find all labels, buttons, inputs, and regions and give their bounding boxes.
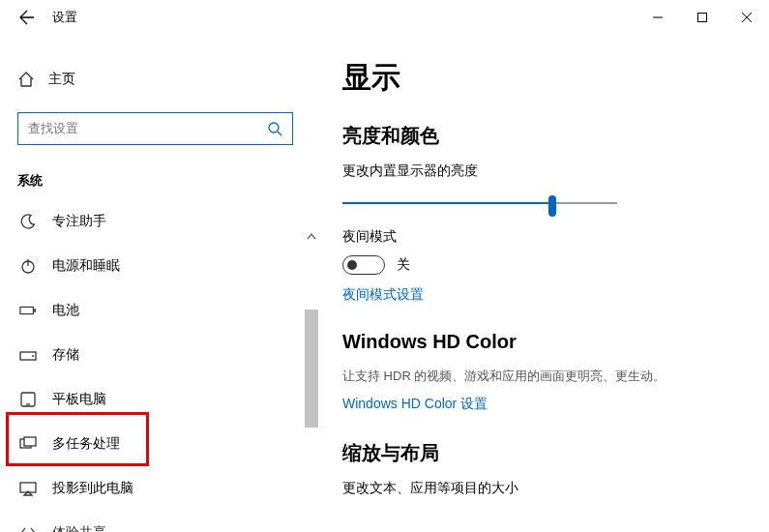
hdr-settings-link[interactable]: Windows HD Color 设置 [342, 396, 750, 413]
svg-rect-1 [698, 14, 707, 22]
slider-thumb[interactable] [548, 195, 556, 217]
title-bar: 设置 [0, 0, 769, 35]
power-icon [19, 257, 37, 275]
brightness-slider[interactable] [342, 190, 617, 217]
sidebar-item-label: 专注助手 [52, 213, 106, 230]
sidebar-item-projecting[interactable]: 投影到此电脑 [17, 466, 293, 511]
shared-icon [19, 524, 37, 532]
scroll-up-arrow[interactable] [304, 228, 319, 244]
brightness-color-header: 亮度和颜色 [342, 123, 750, 149]
svg-line-3 [278, 132, 281, 135]
sidebar-item-label: 电源和睡眠 [52, 257, 120, 275]
maximize-button[interactable] [680, 0, 725, 35]
sidebar-item-battery[interactable]: 电池 [17, 288, 293, 333]
scale-layout-header: 缩放与布局 [342, 440, 750, 466]
brightness-slider-label: 更改内置显示器的亮度 [342, 163, 750, 180]
battery-icon [19, 302, 37, 319]
svg-rect-13 [24, 437, 36, 446]
close-button[interactable] [725, 0, 769, 35]
home-nav[interactable]: 主页 [17, 60, 319, 99]
scale-label: 更改文本、应用等项目的大小 [342, 480, 750, 497]
page-title: 显示 [342, 58, 750, 98]
storage-icon [19, 346, 37, 364]
sidebar-item-label: 存储 [52, 346, 79, 364]
sidebar: 主页 查找设置 系统 专注助手 电源和睡眠 电池 存储 [0, 35, 319, 532]
search-placeholder: 查找设置 [28, 120, 78, 137]
home-label: 主页 [48, 71, 75, 88]
sidebar-item-shared-experiences[interactable]: 体验共享 [17, 511, 293, 532]
scroll-thumb[interactable] [305, 310, 318, 428]
search-icon [267, 121, 282, 136]
sidebar-item-label: 多任务处理 [52, 435, 120, 453]
sidebar-item-label: 体验共享 [52, 524, 106, 532]
sidebar-item-focus-assist[interactable]: 专注助手 [17, 199, 293, 244]
moon-icon [19, 213, 37, 230]
window-title: 设置 [52, 9, 77, 26]
search-input[interactable]: 查找设置 [17, 112, 293, 145]
night-light-label: 夜间模式 [342, 228, 750, 246]
project-icon [19, 480, 37, 497]
sidebar-scrollbar[interactable] [304, 228, 319, 532]
sidebar-item-tablet[interactable]: 平板电脑 [17, 377, 293, 422]
sidebar-item-multitasking[interactable]: 多任务处理 [17, 422, 293, 466]
back-button[interactable] [19, 10, 35, 25]
sidebar-item-storage[interactable]: 存储 [17, 333, 293, 377]
svg-rect-7 [34, 309, 36, 312]
svg-point-9 [32, 355, 34, 357]
svg-point-2 [269, 123, 279, 133]
hdr-header: Windows HD Color [342, 331, 750, 353]
main-content: 显示 亮度和颜色 更改内置显示器的亮度 夜间模式 关 夜间模式设置 Window… [319, 35, 769, 532]
sidebar-item-power-sleep[interactable]: 电源和睡眠 [17, 244, 293, 288]
tablet-icon [19, 391, 37, 408]
sidebar-item-label: 电池 [52, 302, 79, 319]
night-light-toggle[interactable] [342, 255, 385, 275]
toggle-state-label: 关 [397, 256, 410, 274]
home-icon [17, 71, 35, 88]
hdr-description: 让支持 HDR 的视频、游戏和应用的画面更明亮、更生动。 [342, 367, 750, 386]
minimize-button[interactable] [636, 0, 680, 35]
sidebar-section-header: 系统 [17, 172, 319, 190]
night-light-settings-link[interactable]: 夜间模式设置 [342, 286, 750, 304]
svg-rect-6 [20, 307, 34, 313]
sidebar-item-label: 平板电脑 [52, 391, 106, 408]
sidebar-item-label: 投影到此电脑 [52, 480, 133, 497]
window-caption-buttons [636, 0, 769, 35]
multitask-icon [19, 435, 37, 453]
